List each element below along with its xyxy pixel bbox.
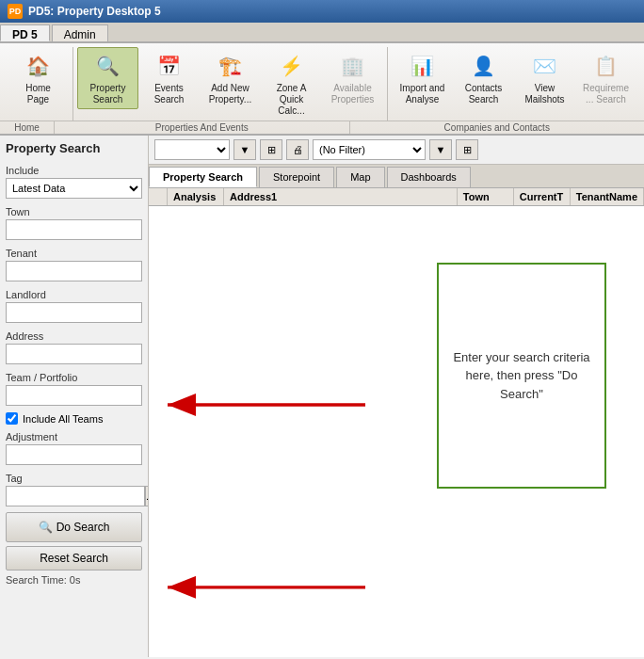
toolbar-row: ▼ ⊞ 🖨 (No Filter) Active Inactive ▼ ⊞ — [149, 136, 644, 165]
grid-col-tenant-name: TenantName — [571, 188, 644, 205]
tenant-label: Tenant — [6, 248, 142, 259]
zone-calc-icon: ⚡ — [277, 51, 307, 81]
filter-dropdown[interactable]: (No Filter) Active Inactive — [313, 139, 426, 160]
available-properties-label: Available Properties — [329, 83, 377, 105]
grid-col-town: Town — [458, 188, 514, 205]
ribbon-properties-group-label: Properties And Events — [55, 121, 350, 134]
ribbon-contacts-group-label: Companies and Contacts — [350, 121, 645, 134]
ribbon-home-buttons: 🏠 Home Page — [8, 47, 69, 109]
add-property-icon: 🏗️ — [216, 51, 246, 81]
do-search-button[interactable]: 🔍 Do Search — [6, 512, 142, 542]
filter-dropdown-btn[interactable]: ▼ — [429, 139, 452, 160]
grid-header: Analysis Address1 Town CurrentT TenantNa… — [149, 188, 644, 206]
include-all-teams-label: Include All Teams — [23, 413, 103, 425]
requirements-search-label: Requireme... Search — [582, 83, 630, 105]
toolbar-dropdown-btn[interactable]: ▼ — [233, 139, 256, 160]
grid-col-indicator — [149, 188, 168, 205]
landlord-label: Landlord — [6, 289, 142, 300]
do-search-label: Do Search — [56, 521, 110, 534]
reset-search-label: Reset Search — [40, 552, 108, 565]
view-mailshots-icon: ✉️ — [530, 51, 560, 81]
content-body: Enter your search criteria here, then pr… — [149, 206, 644, 657]
add-property-label: Add New Property... — [206, 83, 254, 105]
tag-input[interactable] — [6, 486, 145, 506]
contacts-search-label: Contacts Search — [459, 83, 507, 105]
tag-label: Tag — [6, 473, 142, 484]
ribbon-group-properties: 🔍 Property Search 📅 Events Search 🏗️ Add… — [73, 47, 388, 121]
zone-calc-button[interactable]: ⚡ Zone A Quick Calc... — [261, 47, 322, 121]
tab-pd5[interactable]: PD 5 — [0, 24, 50, 41]
content-area: ▼ ⊞ 🖨 (No Filter) Active Inactive ▼ ⊞ Pr… — [149, 136, 644, 657]
property-search-label: Property Search — [84, 83, 132, 105]
import-analyse-label: Import and Analyse — [398, 83, 446, 105]
available-properties-button: 🏢 Available Properties — [322, 47, 383, 109]
contacts-search-button[interactable]: 👤 Contacts Search — [453, 47, 514, 109]
include-dropdown[interactable]: Latest Data All Data Archive — [6, 178, 142, 199]
requirements-search-icon: 📋 — [591, 51, 621, 81]
grid-col-address1: Address1 — [224, 188, 458, 205]
ribbon-group-labels: Home Properties And Events Companies and… — [0, 121, 644, 134]
ribbon-home-group-label: Home — [0, 121, 55, 134]
ribbon: 🏠 Home Page 🔍 Property Search 📅 Events S… — [0, 43, 644, 136]
tab-admin[interactable]: Admin — [52, 24, 108, 41]
town-input[interactable] — [6, 219, 142, 240]
team-portfolio-input[interactable] — [6, 385, 142, 406]
main-area: Property Search Include Latest Data All … — [0, 136, 644, 657]
sidebar-title: Property Search — [6, 141, 142, 155]
title-bar: PD PD5: Property Desktop 5 — [0, 0, 644, 23]
search-icon: 🔍 — [39, 521, 53, 534]
available-properties-icon: 🏢 — [338, 51, 368, 81]
adjustment-label: Adjustment — [6, 431, 142, 442]
tab-map[interactable]: Map — [336, 167, 384, 187]
events-search-button[interactable]: 📅 Events Search — [138, 47, 200, 109]
include-all-teams-checkbox[interactable] — [6, 412, 18, 425]
toolbar-select[interactable] — [154, 139, 230, 160]
tenant-input[interactable] — [6, 261, 142, 281]
toolbar-grid-btn[interactable]: ⊞ — [260, 139, 282, 160]
menu-tabs: PD 5 Admin — [0, 23, 644, 43]
tab-storepoint[interactable]: Storepoint — [259, 167, 334, 187]
address-input[interactable] — [6, 344, 142, 364]
property-search-icon: 🔍 — [93, 51, 123, 81]
app-title: PD5: Property Desktop 5 — [28, 5, 161, 18]
filter-options-btn[interactable]: ⊞ — [456, 139, 478, 160]
content-tabs: Property Search Storepoint Map Dashboard… — [149, 165, 644, 188]
ribbon-group-contacts: 📊 Import and Analyse 👤 Contacts Search ✉… — [388, 47, 640, 121]
home-label: Home Page — [14, 83, 62, 105]
tag-row: ... — [6, 486, 142, 506]
import-analyse-button[interactable]: 📊 Import and Analyse — [392, 47, 453, 109]
adjustment-input[interactable] — [6, 444, 142, 465]
events-search-icon: 📅 — [154, 51, 185, 81]
app-icon: PD — [8, 4, 23, 19]
ribbon-properties-buttons: 🔍 Property Search 📅 Events Search 🏗️ Add… — [77, 47, 383, 121]
reset-search-button[interactable]: Reset Search — [6, 546, 142, 571]
sidebar: Property Search Include Latest Data All … — [0, 136, 149, 657]
view-mailshots-label: View Mailshots — [521, 83, 569, 105]
home-button[interactable]: 🏠 Home Page — [8, 47, 69, 109]
tab-dashboards[interactable]: Dashboards — [387, 167, 471, 187]
home-icon: 🏠 — [24, 51, 54, 81]
grid-col-analysis: Analysis — [168, 188, 224, 205]
team-portfolio-label: Team / Portfolio — [6, 372, 142, 383]
hint-text: Enter your search criteria here, then pr… — [450, 348, 593, 404]
hint-box: Enter your search criteria here, then pr… — [437, 263, 606, 489]
search-time: Search Time: 0s — [6, 574, 142, 586]
grid-col-current: CurrentT — [514, 188, 571, 205]
view-mailshots-button[interactable]: ✉️ View Mailshots — [514, 47, 575, 109]
ribbon-group-home: 🏠 Home Page — [4, 47, 73, 121]
landlord-input[interactable] — [6, 302, 142, 323]
town-label: Town — [6, 206, 142, 217]
zone-calc-label: Zone A Quick Calc... — [267, 83, 315, 117]
include-all-teams-row: Include All Teams — [6, 412, 142, 425]
tab-property-search[interactable]: Property Search — [149, 167, 257, 187]
ribbon-content: 🏠 Home Page 🔍 Property Search 📅 Events S… — [0, 43, 644, 121]
toolbar-print-btn[interactable]: 🖨 — [286, 139, 309, 160]
include-label: Include — [6, 165, 142, 176]
property-search-button[interactable]: 🔍 Property Search — [77, 47, 138, 109]
add-property-button[interactable]: 🏗️ Add New Property... — [200, 47, 261, 109]
requirements-search-button: 📋 Requireme... Search — [575, 47, 636, 109]
events-search-label: Events Search — [145, 83, 193, 105]
ribbon-contacts-buttons: 📊 Import and Analyse 👤 Contacts Search ✉… — [392, 47, 636, 109]
import-analyse-icon: 📊 — [408, 51, 438, 81]
address-label: Address — [6, 330, 142, 342]
